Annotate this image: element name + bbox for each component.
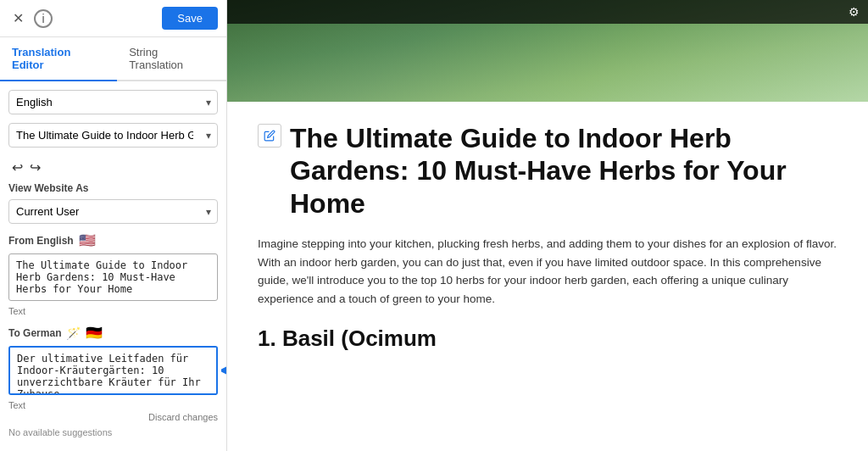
info-button[interactable]: i	[34, 9, 53, 28]
german-textarea-container	[8, 346, 218, 398]
blue-arrow-indicator	[221, 361, 226, 383]
main-title: The Ultimate Guide to Indoor Herb Garden…	[290, 122, 837, 220]
header-image: ⚙	[227, 0, 868, 102]
no-suggestions-label: No available suggestions	[8, 427, 218, 437]
us-flag: 🇺🇸	[79, 232, 96, 248]
view-as-select[interactable]: Current User Guest Admin	[8, 199, 218, 224]
left-panel: ✕ i Save Translation Editor String Trans…	[0, 0, 227, 451]
content-select[interactable]: The Ultimate Guide to Indoor Herb Garden…	[8, 123, 218, 148]
language-select-group: English German French Spanish ▾	[8, 90, 218, 114]
content-select-group: The Ultimate Guide to Indoor Herb Garden…	[8, 123, 218, 148]
pencil-icon	[264, 130, 275, 142]
view-website-as-label: View Website As	[8, 182, 218, 194]
tab-translation-editor[interactable]: Translation Editor	[0, 37, 117, 81]
section-subtitle: 1. Basil (Ocimum	[258, 326, 837, 352]
to-german-field-type: Text	[8, 400, 218, 410]
view-website-as-group: View Website As Current User Guest Admin…	[8, 182, 218, 224]
content-select-wrapper: The Ultimate Guide to Indoor Herb Garden…	[8, 123, 218, 148]
save-button[interactable]: Save	[162, 7, 218, 30]
tabs-container: Translation Editor String Translation	[0, 37, 226, 81]
dark-top-bar: ⚙	[227, 0, 868, 24]
body-text: Imagine stepping into your kitchen, pluc…	[258, 235, 837, 308]
panel-body: English German French Spanish ▾ The Ulti…	[0, 81, 226, 451]
language-select[interactable]: English German French Spanish	[8, 90, 218, 114]
to-german-group: To German 🪄 🇩🇪	[8, 325, 218, 437]
from-english-field-type: Text	[8, 306, 218, 316]
to-german-textarea[interactable]	[8, 346, 218, 395]
discard-changes-link[interactable]: Discard changes	[148, 412, 218, 422]
nav-arrows: ↩ ↪	[8, 156, 218, 182]
tab-string-translation[interactable]: String Translation	[117, 37, 226, 81]
gear-icon[interactable]: ⚙	[849, 5, 860, 19]
close-button[interactable]: ✕	[8, 9, 27, 28]
to-german-label: To German 🪄 🇩🇪	[8, 325, 218, 341]
right-panel: ⚙ The Ultimate Guide to Indoor Herb Gard…	[227, 0, 868, 451]
discard-row: Discard changes	[8, 412, 218, 422]
nav-back-button[interactable]: ↩	[12, 159, 23, 175]
content-area: The Ultimate Guide to Indoor Herb Garden…	[227, 102, 868, 451]
edit-icon-box[interactable]	[258, 124, 281, 148]
wand-icon[interactable]: 🪄	[66, 326, 81, 340]
from-english-label: From English 🇺🇸	[8, 232, 218, 248]
nav-forward-button[interactable]: ↪	[30, 159, 41, 175]
de-flag: 🇩🇪	[86, 325, 103, 341]
top-bar: ✕ i Save	[0, 0, 226, 37]
view-as-select-wrapper: Current User Guest Admin ▾	[8, 199, 218, 224]
language-select-wrapper: English German French Spanish ▾	[8, 90, 218, 114]
title-block: The Ultimate Guide to Indoor Herb Garden…	[258, 122, 837, 220]
from-english-group: From English 🇺🇸 Text	[8, 232, 218, 316]
from-english-textarea[interactable]	[8, 253, 218, 301]
